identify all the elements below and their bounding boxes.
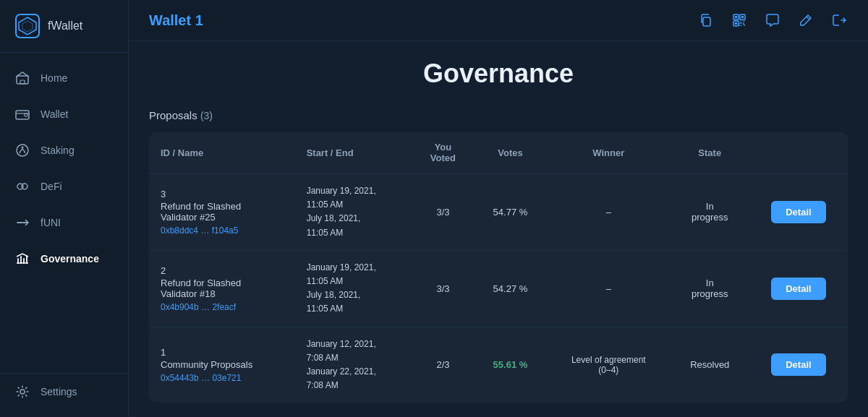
wallet-title: Wallet 1	[149, 12, 203, 29]
svg-marker-2	[22, 21, 33, 32]
proposal-hash-2[interactable]: 0x4b904b … 2feacf	[161, 302, 284, 312]
page-title: Governance	[149, 59, 848, 89]
proposals-header: Proposals (3)	[149, 109, 848, 121]
proposal-action-2: Detail	[749, 250, 848, 327]
proposal-state-1: Inprogress	[671, 174, 749, 251]
header-actions	[697, 12, 848, 29]
svg-point-10	[20, 390, 25, 394]
defi-icon	[14, 179, 30, 194]
proposal-winner-1: –	[547, 174, 671, 251]
app-logo: fWallet	[0, 0, 128, 53]
sidebar-item-home-label: Home	[41, 72, 67, 84]
proposals-body: 3 Refund for SlashedValidator #25 0xb8dd…	[149, 174, 848, 403]
proposal-you-voted-3: 2/3	[412, 327, 474, 403]
sidebar-item-defi-label: DeFi	[41, 181, 62, 192]
proposals-table-container: ID / Name Start / End YouVoted Votes Win…	[149, 132, 848, 403]
proposal-id-name: 3 Refund for SlashedValidator #25 0xb8dd…	[149, 174, 295, 251]
table-row: 2 Refund for SlashedValidator #18 0x4b90…	[149, 250, 848, 327]
governance-content: Governance Proposals (3) ID / Name Start…	[129, 41, 868, 417]
sidebar-item-governance[interactable]: Governance	[0, 241, 128, 277]
sidebar-item-governance-label: Governance	[41, 253, 99, 265]
sidebar-item-wallet-label: Wallet	[41, 108, 68, 120]
col-start-end: Start / End	[295, 132, 412, 174]
proposal-you-voted-2: 3/3	[412, 250, 474, 327]
proposals-table: ID / Name Start / End YouVoted Votes Win…	[149, 132, 848, 403]
proposal-votes-2: 54.27 %	[474, 250, 547, 327]
svg-rect-6	[25, 113, 27, 116]
proposal-hash-1[interactable]: 0xb8ddc4 … f104a5	[161, 225, 284, 236]
proposal-action-1: Detail	[749, 174, 848, 251]
edit-icon[interactable]	[797, 12, 814, 29]
proposal-votes-3: 55.61 %	[474, 327, 547, 403]
proposals-count: (3)	[200, 110, 213, 121]
sidebar-item-wallet[interactable]: Wallet	[0, 96, 128, 132]
svg-point-7	[22, 147, 24, 149]
sidebar: fWallet Home Wallet	[0, 0, 129, 417]
col-action	[749, 132, 848, 174]
detail-button-1[interactable]: Detail	[771, 201, 825, 223]
funi-icon	[14, 215, 30, 231]
detail-button-2[interactable]: Detail	[771, 278, 825, 300]
proposal-dates-1: January 19, 2021,11:05 AMJuly 18, 2021,1…	[295, 174, 412, 251]
proposal-action-3: Detail	[749, 327, 848, 403]
svg-rect-11	[703, 17, 710, 26]
main-content: Wallet 1	[129, 0, 868, 417]
svg-rect-16	[741, 16, 744, 18]
staking-icon	[14, 142, 30, 158]
col-you-voted: YouVoted	[412, 132, 474, 174]
sidebar-nav: Home Wallet Staking	[0, 53, 128, 417]
col-id-name: ID / Name	[149, 132, 295, 174]
proposal-dates-3: January 12, 2021,7:08 AMJanuary 22, 2021…	[295, 327, 412, 403]
app-name: fWallet	[48, 20, 82, 33]
table-row: 1 Community Proposals 0x54443b … 03e721 …	[149, 327, 848, 403]
proposal-dates-2: January 19, 2021,11:05 AMJuly 18, 2021,1…	[295, 250, 412, 327]
sidebar-item-funi-label: fUNI	[41, 217, 61, 228]
sidebar-item-funi[interactable]: fUNI	[0, 205, 128, 241]
col-winner: Winner	[547, 132, 671, 174]
sidebar-item-defi[interactable]: DeFi	[0, 168, 128, 205]
governance-icon	[14, 251, 30, 267]
proposal-state-3: Resolved	[671, 327, 749, 403]
proposal-winner-2: –	[547, 250, 671, 327]
col-state: State	[671, 132, 749, 174]
svg-rect-17	[735, 22, 737, 25]
proposal-winner-3: Level of agreement(0–4)	[547, 327, 671, 403]
sidebar-item-settings-label: Settings	[41, 386, 77, 397]
wallet-icon	[14, 106, 30, 122]
logo-icon	[14, 13, 41, 39]
table-row: 3 Refund for SlashedValidator #25 0xb8dd…	[149, 174, 848, 251]
proposal-you-voted-1: 3/3	[412, 174, 474, 251]
table-header: ID / Name Start / End YouVoted Votes Win…	[149, 132, 848, 174]
sidebar-item-home[interactable]: Home	[0, 60, 128, 96]
proposal-id-name-3: 1 Community Proposals 0x54443b … 03e721	[149, 327, 295, 403]
logout-icon[interactable]	[830, 12, 848, 29]
svg-rect-15	[735, 16, 737, 18]
chat-icon[interactable]	[764, 12, 781, 29]
proposal-votes-1: 54.77 %	[474, 174, 547, 251]
qr-icon[interactable]	[731, 12, 748, 29]
sidebar-item-staking[interactable]: Staking	[0, 132, 128, 168]
proposals-label: Proposals	[149, 109, 197, 121]
sidebar-item-staking-label: Staking	[41, 145, 75, 156]
detail-button-3[interactable]: Detail	[771, 353, 825, 376]
svg-rect-5	[16, 111, 29, 119]
svg-point-9	[22, 184, 27, 189]
sidebar-item-settings[interactable]: Settings	[0, 373, 128, 410]
copy-icon[interactable]	[697, 12, 715, 29]
app-header: Wallet 1	[129, 0, 868, 41]
proposal-hash-3[interactable]: 0x54443b … 03e721	[161, 373, 284, 383]
proposal-state-2: Inprogress	[671, 250, 749, 327]
home-icon	[14, 70, 30, 86]
proposal-id-name-2: 2 Refund for SlashedValidator #18 0x4b90…	[149, 250, 295, 327]
col-votes: Votes	[474, 132, 547, 174]
settings-icon	[14, 384, 30, 400]
